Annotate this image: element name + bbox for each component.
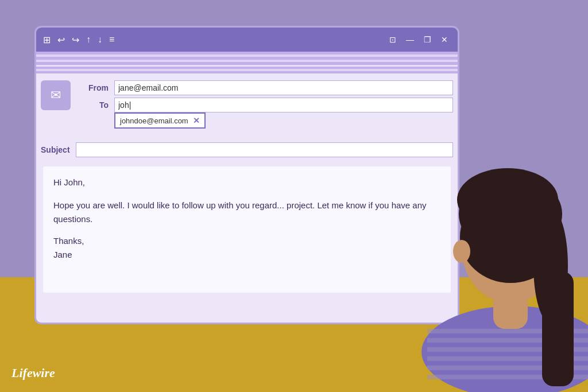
autocomplete-clear-btn[interactable]: ✕ (193, 116, 200, 125)
autocomplete-dropdown[interactable]: johndoe@email.com ✕ (114, 112, 206, 129)
nav-icon-1[interactable]: ⊞ (43, 34, 51, 45)
autocomplete-text: johndoe@email.com (120, 117, 188, 125)
svg-point-13 (453, 240, 470, 263)
subject-label: Subject (41, 145, 76, 154)
nav-icon-2[interactable]: ↩ (57, 34, 65, 45)
lifewire-logo: Lifewire (11, 366, 55, 381)
person-illustration (347, 53, 588, 392)
svg-point-14 (457, 168, 558, 231)
title-bar: ⊞ ↩ ↪ ↑ ↓ ≡ ⊡ — ❐ ✕ (36, 28, 458, 52)
svg-rect-12 (542, 271, 574, 386)
nav-icon-3[interactable]: ↪ (72, 34, 79, 45)
email-icon-box: ✉ (41, 80, 71, 110)
from-label: From (80, 83, 114, 92)
email-closing-thanks: Thanks, (53, 236, 84, 246)
nav-icon-4[interactable]: ↑ (86, 34, 91, 45)
email-icon: ✉ (51, 88, 61, 103)
window-maximize-btn[interactable]: ❐ (421, 33, 434, 46)
window-minimize-btn[interactable]: — (404, 33, 416, 46)
window-close-btn[interactable]: ✕ (438, 33, 451, 46)
email-signature: Jane (53, 250, 72, 259)
window-restore-btn[interactable]: ⊡ (386, 33, 399, 46)
nav-icon-5[interactable]: ↓ (98, 34, 102, 45)
nav-icon-6[interactable]: ≡ (109, 34, 114, 45)
to-label: To (80, 100, 114, 110)
